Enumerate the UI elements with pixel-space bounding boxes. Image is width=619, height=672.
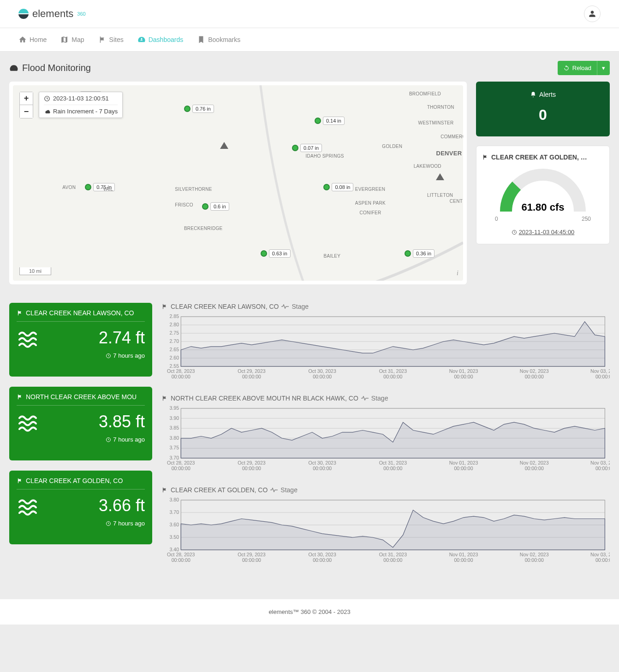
svg-text:3.50: 3.50 [170, 535, 179, 540]
stat-title: CLEAR CREEK NEAR LAWSON, CO [26, 309, 134, 317]
svg-text:2.70: 2.70 [170, 339, 179, 344]
logo[interactable]: elements360 [18, 8, 86, 20]
stat-card[interactable]: CLEAR CREEK AT GOLDEN, CO3.66 ft7 hours … [9, 471, 152, 544]
chart-title: NORTH CLEAR CREEK ABOVE MOUTH NR BLACK H… [171, 395, 358, 402]
svg-text:3.75: 3.75 [170, 446, 179, 451]
svg-text:Nov 01, 2023: Nov 01, 2023 [449, 369, 478, 374]
nav-dashboards[interactable]: Dashboards [137, 28, 184, 51]
map-attribution-icon[interactable]: i [457, 270, 458, 277]
map-city-label: Commerce City [440, 134, 463, 139]
svg-text:3.95: 3.95 [170, 406, 179, 411]
map-city-label: Bailey [323, 253, 340, 259]
svg-text:00:00:00: 00:00:00 [242, 466, 261, 471]
reload-label: Reload [572, 65, 591, 71]
svg-text:Oct 31, 2023: Oct 31, 2023 [379, 369, 407, 374]
map-marker[interactable]: 0.07 in [292, 144, 322, 152]
reload-menu-caret[interactable]: ▾ [597, 61, 610, 75]
map-marker[interactable]: 0.6 in [202, 202, 229, 211]
nav-bookmarks[interactable]: Bookmarks [197, 28, 240, 51]
stat-card[interactable]: NORTH CLEAR CREEK ABOVE MOU3.85 ft7 hour… [9, 387, 152, 460]
map-city-label: Littleton [427, 193, 453, 198]
wave-icon [18, 498, 40, 517]
zoom-control: + − [19, 92, 33, 118]
svg-text:Oct 30, 2023: Oct 30, 2023 [308, 460, 336, 466]
chart-block: CLEAR CREEK NEAR LAWSON, CO Stage2.552.6… [161, 303, 610, 383]
clock-icon [44, 95, 50, 102]
marker-dot-icon [323, 184, 330, 190]
flag-icon [98, 35, 107, 44]
nav-dashboards-label: Dashboards [149, 36, 184, 43]
map-panel: + − 2023-11-03 12:00:51 Rain Increment -… [9, 82, 467, 284]
svg-text:00:00:00: 00:00:00 [383, 466, 402, 471]
svg-text:2.60: 2.60 [170, 355, 179, 360]
marker-label: 0.63 in [269, 249, 291, 258]
nav-home-label: Home [30, 36, 47, 43]
gauge-icon [137, 35, 146, 44]
map-triangle-marker[interactable] [220, 142, 228, 149]
map-marker[interactable]: 0.36 in [405, 249, 434, 258]
nav-sites[interactable]: Sites [98, 28, 124, 51]
svg-text:00:00:00: 00:00:00 [242, 374, 261, 379]
wave-icon [18, 414, 40, 433]
gauge-icon [9, 64, 18, 73]
nav-map-label: Map [71, 36, 84, 43]
marker-dot-icon [405, 250, 411, 257]
nav-map[interactable]: Map [60, 28, 84, 51]
stat-ago: 7 hours ago [17, 352, 145, 359]
map-marker[interactable]: 0.76 in [184, 105, 214, 113]
svg-text:Nov 03, 2023: Nov 03, 2023 [590, 369, 610, 374]
chart-metric: Stage [292, 303, 309, 310]
map-city-label: Avon [62, 185, 76, 190]
svg-text:2.55: 2.55 [170, 364, 179, 369]
svg-text:2.80: 2.80 [170, 322, 179, 327]
map-city-label: CENTENNIAL [450, 199, 463, 204]
chart-metric: Stage [371, 395, 388, 402]
pulse-icon [361, 396, 369, 401]
chart-canvas[interactable]: 2.552.602.652.702.752.802.85Oct 28, 2023… [161, 313, 610, 382]
flag-icon [161, 303, 168, 310]
gauge-timestamp-link[interactable]: 2023-11-03 04:45:00 [512, 229, 575, 236]
svg-text:2.85: 2.85 [170, 314, 179, 319]
zoom-out-button[interactable]: − [20, 105, 33, 118]
svg-text:Oct 29, 2023: Oct 29, 2023 [238, 460, 266, 466]
gauge-min: 0 [495, 216, 498, 222]
svg-text:3.90: 3.90 [170, 416, 179, 421]
chart-block: CLEAR CREEK AT GOLDEN, CO Stage3.403.503… [161, 486, 610, 567]
map-scale: 10 mi [19, 267, 51, 275]
svg-text:3.60: 3.60 [170, 522, 179, 527]
stat-title: CLEAR CREEK AT GOLDEN, CO [26, 477, 123, 484]
reload-button[interactable]: Reload ▾ [558, 61, 610, 75]
svg-text:Oct 28, 2023: Oct 28, 2023 [167, 369, 195, 374]
map-canvas[interactable]: + − 2023-11-03 12:00:51 Rain Increment -… [13, 85, 463, 281]
svg-text:00:00:00: 00:00:00 [595, 558, 610, 563]
user-menu-button[interactable] [584, 6, 601, 22]
marker-dot-icon [85, 184, 91, 190]
svg-text:Oct 28, 2023: Oct 28, 2023 [167, 552, 195, 557]
svg-text:3.85: 3.85 [170, 425, 179, 430]
map-city-label: LAKEWOOD [414, 164, 441, 169]
pulse-icon [281, 304, 289, 309]
stat-card[interactable]: CLEAR CREEK NEAR LAWSON, CO2.74 ft7 hour… [9, 303, 152, 377]
zoom-in-button[interactable]: + [20, 92, 33, 105]
svg-text:00:00:00: 00:00:00 [172, 466, 190, 471]
map-timestamp: 2023-11-03 12:00:51 [53, 95, 109, 102]
marker-label: 0.07 in [300, 144, 322, 152]
chart-block: NORTH CLEAR CREEK ABOVE MOUTH NR BLACK H… [161, 395, 610, 475]
rain-icon [44, 108, 50, 115]
svg-text:00:00:00: 00:00:00 [525, 466, 544, 471]
map-triangle-marker[interactable] [436, 173, 444, 180]
map-marker[interactable]: 0.63 in [261, 249, 291, 258]
chart-canvas[interactable]: 3.703.753.803.853.903.95Oct 28, 202300:0… [161, 405, 610, 474]
chart-canvas[interactable]: 3.403.503.603.703.80Oct 28, 202300:00:00… [161, 496, 610, 566]
clock-icon [512, 230, 517, 235]
svg-text:Oct 31, 2023: Oct 31, 2023 [379, 460, 407, 466]
alerts-panel[interactable]: Alerts 0 [476, 82, 610, 136]
map-marker[interactable]: 0.14 in [315, 117, 345, 125]
nav-home[interactable]: Home [18, 28, 47, 51]
marker-dot-icon [184, 106, 190, 112]
map-marker[interactable]: 0.08 in [323, 183, 353, 191]
flag-icon [17, 394, 23, 400]
marker-dot-icon [315, 118, 321, 124]
svg-text:Oct 30, 2023: Oct 30, 2023 [308, 369, 336, 374]
svg-text:00:00:00: 00:00:00 [595, 374, 610, 379]
